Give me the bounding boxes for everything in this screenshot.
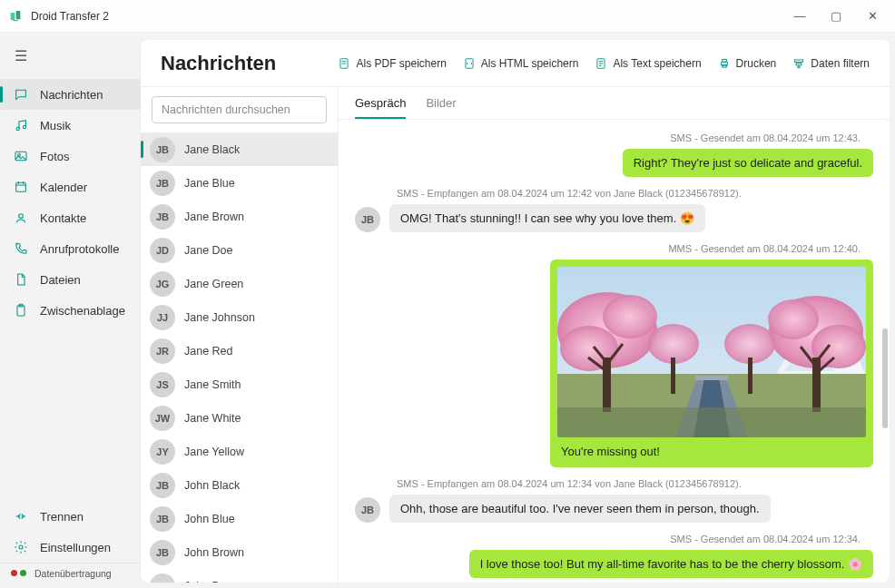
sidebar-item-label: Nachrichten	[40, 88, 103, 102]
contact-item[interactable]: JWJane White	[141, 401, 338, 435]
svg-point-2	[16, 127, 19, 130]
contact-item[interactable]: JRJane Red	[141, 334, 338, 368]
contact-item[interactable]: JBJohn Black	[141, 468, 338, 502]
mms-image[interactable]	[557, 267, 866, 437]
message-meta: SMS - Gesendet am 08.04.2024 um 12:43.	[355, 132, 873, 143]
contact-pane: JBJane BlackJBJane BlueJBJane BrownJDJan…	[141, 87, 339, 583]
page-title: Nachrichten	[161, 52, 276, 75]
sidebar-item-label: Zwischenablage	[40, 304, 125, 318]
contact-item[interactable]: JBJohn Blue	[141, 502, 338, 535]
hamburger-icon[interactable]: ☰	[0, 40, 141, 72]
statusbar: Datenübertragung	[0, 563, 141, 583]
received-bubble: Ohh, those are beautiful too. I've never…	[389, 495, 771, 523]
avatar: JY	[150, 439, 175, 465]
messages-scroll[interactable]: SMS - Gesendet am 08.04.2024 um 12:43. R…	[339, 120, 890, 583]
svg-rect-17	[795, 59, 803, 61]
app-title: Droid Transfer 2	[31, 10, 109, 23]
filter-button[interactable]: Daten filtern	[792, 57, 870, 70]
contact-name: Jane Blue	[184, 177, 235, 190]
chat-pane: Gespräch Bilder SMS - Gesendet am 08.04.…	[339, 87, 890, 583]
contact-name: John Black	[184, 479, 240, 492]
sidebar-item-calendar[interactable]: Kalender	[0, 172, 141, 202]
status-dot-red	[11, 570, 17, 576]
svg-point-3	[23, 125, 25, 128]
close-button[interactable]: ✕	[864, 9, 880, 23]
contact-name: John Doe	[184, 580, 233, 583]
window-controls: — ▢ ✕	[792, 9, 888, 23]
contact-item[interactable]: JDJane Doe	[141, 233, 338, 267]
sidebar-item-messages[interactable]: Nachrichten	[0, 79, 141, 110]
svg-rect-31	[603, 358, 611, 412]
sidebar-item-files[interactable]: Dateien	[0, 264, 141, 295]
message-meta: SMS - Gesendet am 08.04.2024 um 12:34.	[355, 534, 873, 544]
contact-item[interactable]: JBJane Blue	[141, 166, 338, 200]
contact-name: Jane Brown	[184, 211, 244, 223]
contact-item[interactable]: JBJane Brown	[141, 200, 338, 233]
contact-item[interactable]: JYJane Yellow	[141, 435, 338, 468]
avatar: JB	[355, 497, 380, 523]
sidebar-item-contacts[interactable]: Kontakte	[0, 202, 141, 233]
sidebar-item-label: Anrufprotokolle	[40, 242, 119, 256]
sidebar-item-music[interactable]: Musik	[0, 110, 141, 141]
status-dot-green	[20, 570, 26, 576]
avatar: JD	[150, 573, 175, 583]
message-meta: MMS - Gesendet am 08.04.2024 um 12:40.	[355, 243, 873, 254]
content-header: Nachrichten Als PDF speichern Als HTML s…	[141, 40, 890, 87]
save-pdf-button[interactable]: Als PDF speichern	[338, 57, 446, 70]
messages-icon	[13, 86, 29, 103]
sidebar-item-settings[interactable]: Einstellungen	[0, 532, 141, 563]
svg-rect-39	[748, 358, 752, 394]
disconnect-icon	[13, 508, 29, 524]
contact-item[interactable]: JGJane Green	[141, 267, 338, 300]
svg-rect-6	[16, 182, 26, 191]
sidebar-item-calllogs[interactable]: Anrufprotokolle	[0, 233, 141, 264]
message-meta: SMS - Empfangen am 08.04.2024 um 12:34 v…	[355, 478, 873, 489]
app-icon	[7, 8, 24, 24]
minimize-button[interactable]: —	[792, 9, 808, 23]
sidebar-item-label: Kontakte	[40, 211, 86, 225]
contact-name: Jane White	[184, 412, 241, 425]
sidebar-item-photos[interactable]: Fotos	[0, 141, 141, 172]
sidebar-item-disconnect[interactable]: Trennen	[0, 501, 141, 532]
save-html-button[interactable]: Als HTML speichern	[463, 57, 579, 70]
avatar: JW	[150, 406, 175, 431]
contact-item[interactable]: JBJohn Brown	[141, 535, 338, 569]
calllogs-icon	[13, 240, 29, 257]
music-icon	[13, 117, 29, 133]
svg-rect-1	[16, 11, 21, 19]
contact-item[interactable]: JBJane Black	[141, 132, 338, 166]
search-input[interactable]	[152, 96, 327, 123]
contact-name: Jane Johnson	[184, 311, 255, 324]
contacts-icon	[13, 210, 29, 226]
maximize-button[interactable]: ▢	[828, 9, 844, 23]
contact-item[interactable]: JSJane Smith	[141, 368, 338, 401]
svg-rect-40	[557, 407, 866, 437]
tab-images[interactable]: Bilder	[426, 96, 456, 119]
svg-point-30	[603, 295, 657, 338]
photos-icon	[13, 148, 29, 164]
avatar: JB	[150, 137, 175, 162]
contact-name: Jane Doe	[184, 244, 233, 257]
settings-icon	[13, 539, 29, 555]
mms-bubble: You're missing out!	[550, 260, 873, 467]
contact-name: Jane Smith	[184, 378, 241, 391]
sidebar-item-label: Dateien	[40, 273, 81, 287]
scrollbar-icon[interactable]	[882, 328, 888, 428]
svg-rect-27	[695, 376, 728, 380]
avatar: JB	[355, 207, 380, 232]
contact-item[interactable]: JDJohn Doe	[141, 569, 338, 583]
svg-rect-18	[796, 63, 802, 64]
avatar: JS	[150, 372, 175, 397]
contact-name: Jane Yellow	[184, 446, 244, 458]
avatar: JR	[150, 338, 175, 364]
contact-list[interactable]: JBJane BlackJBJane BlueJBJane BrownJDJan…	[141, 132, 338, 583]
calendar-icon	[13, 179, 29, 195]
contact-item[interactable]: JJJane Johnson	[141, 300, 338, 334]
mms-caption: You're missing out!	[557, 443, 866, 460]
print-button[interactable]: Drucken	[718, 57, 777, 70]
tab-conversation[interactable]: Gespräch	[355, 96, 406, 119]
sidebar: ☰ NachrichtenMusikFotosKalenderKontakteA…	[0, 33, 141, 588]
sidebar-item-clipboard[interactable]: Zwischenablage	[0, 295, 141, 326]
sidebar-item-label: Trennen	[40, 510, 84, 524]
save-text-button[interactable]: Als Text speichern	[595, 57, 701, 70]
